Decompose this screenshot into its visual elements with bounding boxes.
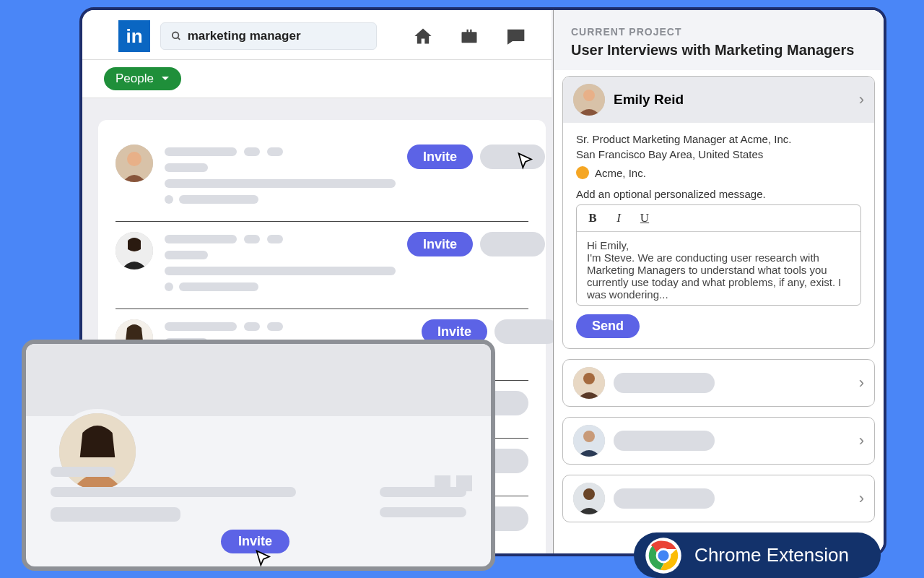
placeholder (614, 488, 715, 509)
profile-cover (26, 344, 491, 416)
badge-label: Chrome Extension (694, 544, 849, 566)
invite-button[interactable]: Invite (221, 530, 289, 553)
contact-card-collapsed[interactable]: › (562, 475, 875, 522)
panel-eyebrow: CURRENT PROJECT (571, 26, 866, 38)
search-icon (171, 30, 182, 42)
contact-card-collapsed[interactable]: › (562, 359, 875, 407)
avatar (573, 425, 605, 457)
svg-point-0 (173, 33, 179, 39)
filter-row: People (82, 60, 552, 98)
chrome-icon (644, 536, 683, 575)
underline-icon[interactable]: U (639, 211, 650, 225)
secondary-button[interactable] (480, 144, 545, 169)
send-button[interactable]: Send (576, 314, 640, 338)
svg-point-13 (583, 431, 595, 442)
jobs-icon[interactable] (459, 26, 479, 46)
result-row[interactable]: Invite (116, 222, 528, 309)
people-filter[interactable]: People (104, 67, 181, 90)
svg-point-9 (583, 90, 595, 101)
contact-location: San Francisco Bay Area, United States (576, 148, 861, 160)
avatar (573, 483, 605, 514)
chevron-down-icon (161, 76, 170, 82)
linkedin-logo-icon[interactable]: in (118, 20, 150, 52)
header: in (82, 10, 552, 60)
contact-role: Sr. Product Marketing Manager at Acme, I… (576, 133, 861, 145)
extension-panel: CURRENT PROJECT User Interviews with Mar… (553, 10, 884, 553)
bold-icon[interactable]: B (587, 211, 598, 225)
result-row[interactable]: Invite (116, 134, 528, 222)
svg-point-11 (583, 373, 595, 384)
filter-label: People (116, 72, 154, 86)
avatar (573, 84, 605, 116)
chevron-right-icon: › (859, 90, 864, 109)
svg-line-1 (178, 38, 180, 40)
message-editor: B I U (576, 204, 861, 306)
search-bar[interactable] (160, 22, 377, 50)
avatar (573, 367, 605, 399)
home-icon[interactable] (413, 26, 433, 46)
company-name: Acme, Inc. (595, 167, 646, 179)
contact-card-header[interactable]: Emily Reid › (563, 77, 874, 123)
placeholder (614, 373, 715, 393)
chevron-right-icon: › (859, 374, 864, 392)
messaging-icon[interactable] (505, 26, 520, 46)
chrome-extension-badge: Chrome Extension (634, 532, 881, 578)
secondary-button[interactable] (494, 319, 559, 344)
placeholder (614, 431, 715, 451)
chevron-right-icon: › (859, 431, 864, 450)
contact-card-collapsed[interactable]: › (562, 417, 875, 465)
contact-card: Emily Reid › Sr. Product Marketing Manag… (562, 76, 875, 349)
search-input[interactable] (188, 29, 366, 43)
invite-button[interactable]: Invite (407, 144, 473, 169)
message-label: Add an optional personalized message. (576, 188, 861, 200)
avatar (116, 232, 153, 269)
profile-preview-card: Invite (22, 340, 495, 571)
svg-point-3 (127, 152, 141, 166)
panel-title: User Interviews with Marketing Managers (571, 42, 866, 59)
contact-name: Emily Reid (614, 92, 850, 108)
italic-icon[interactable]: I (613, 211, 624, 225)
message-textarea[interactable] (577, 232, 860, 303)
chevron-right-icon: › (859, 489, 864, 508)
secondary-button[interactable] (480, 232, 545, 256)
company-logo-icon (576, 166, 589, 179)
avatar (116, 144, 153, 182)
invite-button[interactable]: Invite (407, 232, 473, 256)
svg-point-15 (583, 488, 595, 500)
